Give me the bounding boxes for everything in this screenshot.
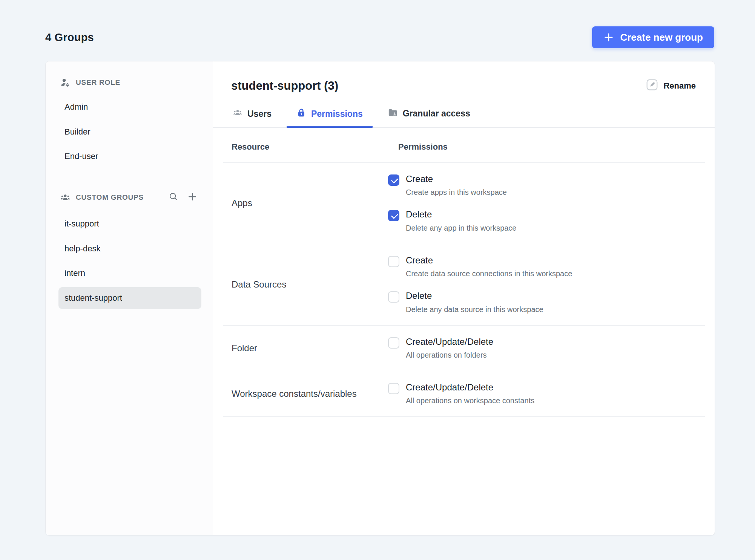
users-icon	[233, 108, 242, 120]
custom-groups-header-label: CUSTOM GROUPS	[76, 193, 144, 202]
search-groups-button[interactable]	[167, 190, 180, 205]
permission-text: Create/Update/Delete All operations on f…	[406, 337, 493, 360]
sidebar-item-label: Admin	[64, 102, 88, 112]
permission-label: Create	[406, 256, 572, 265]
user-role-header: USER ROLE	[58, 75, 201, 90]
edit-icon	[646, 79, 658, 93]
resource-name: Data Sources	[223, 279, 388, 290]
column-header-permissions: Permissions	[388, 142, 705, 152]
permission-text: Delete Delete any app in this workspace	[406, 210, 517, 232]
groups-card: USER ROLE Admin Builder End-user	[45, 61, 715, 536]
sidebar-item-label: Builder	[64, 127, 90, 136]
permission-text: Create/Update/Delete All operations on w…	[406, 383, 534, 405]
user-role-list: Admin Builder End-user	[58, 96, 201, 167]
sidebar-item-custom-group[interactable]: intern	[58, 262, 201, 284]
create-new-group-label: Create new group	[620, 32, 703, 43]
table-row: Workspace constants/variables Create/Upd…	[223, 371, 705, 417]
group-tabs: Users Permissions	[213, 93, 715, 128]
permission-description: Create data source connections in this w…	[406, 269, 572, 278]
folder-user-icon	[388, 107, 398, 120]
permissions-table-body: Apps Create Create apps in this workspac…	[223, 163, 705, 417]
sidebar-item-user-role[interactable]: End-user	[58, 145, 201, 167]
groups-sidebar: USER ROLE Admin Builder End-user	[46, 61, 213, 535]
permission-label: Delete	[406, 291, 543, 301]
tab-permissions-label: Permissions	[311, 109, 363, 119]
table-row: Apps Create Create apps in this workspac…	[223, 163, 705, 244]
table-row: Folder Create/Update/Delete All operatio…	[223, 326, 705, 371]
rename-label: Rename	[663, 81, 696, 91]
resource-name: Workspace constants/variables	[223, 389, 388, 399]
permission-description: All operations on workspace constants	[406, 396, 534, 405]
permission-label: Create	[406, 174, 507, 184]
sidebar-item-user-role[interactable]: Admin	[58, 96, 201, 118]
sidebar-item-custom-group[interactable]: help-desk	[58, 238, 201, 260]
custom-groups-list: it-support help-desk intern student-supp…	[58, 213, 201, 309]
tab-granular-access[interactable]: Granular access	[378, 104, 480, 127]
permission-checkbox[interactable]	[388, 174, 399, 186]
groups-page: 4 Groups Create new group	[0, 0, 755, 560]
group-detail-panel: student-support (3) Rename	[213, 61, 715, 535]
permission-text: Create Create data source connections in…	[406, 256, 572, 278]
search-icon	[168, 191, 179, 203]
plus-icon	[187, 191, 198, 203]
permission-list: Create Create apps in this workspace Del…	[388, 174, 705, 233]
table-row: Data Sources Create Create data source c…	[223, 244, 705, 326]
permission-list: Create Create data source connections in…	[388, 256, 705, 314]
tab-users[interactable]: Users	[231, 105, 281, 127]
permission-checkbox[interactable]	[388, 337, 399, 349]
permission-text: Delete Delete any data source in this wo…	[406, 291, 543, 314]
sidebar-item-custom-group[interactable]: it-support	[58, 213, 201, 235]
sidebar-item-label: student-support	[64, 293, 122, 303]
permission-item: Delete Delete any app in this workspace	[388, 210, 705, 232]
permission-description: All operations on folders	[406, 351, 493, 360]
create-new-group-button[interactable]: Create new group	[592, 26, 714, 48]
permission-description: Create apps in this workspace	[406, 188, 507, 197]
sidebar-item-custom-group[interactable]: student-support	[58, 287, 201, 309]
rename-button[interactable]: Rename	[646, 79, 696, 93]
group-title: student-support (3)	[231, 79, 338, 93]
sidebar-item-label: End-user	[64, 151, 98, 161]
permission-item: Create/Update/Delete All operations on f…	[388, 337, 705, 360]
permission-description: Delete any data source in this workspace	[406, 305, 543, 314]
tab-users-label: Users	[247, 109, 272, 119]
permission-item: Delete Delete any data source in this wo…	[388, 291, 705, 314]
custom-groups-icon	[60, 192, 71, 203]
permission-label: Delete	[406, 210, 517, 219]
permission-item: Create Create data source connections in…	[388, 256, 705, 278]
column-header-resource: Resource	[223, 142, 388, 152]
tab-granular-access-label: Granular access	[403, 109, 470, 119]
permission-label: Create/Update/Delete	[406, 337, 493, 347]
sidebar-item-user-role[interactable]: Builder	[58, 121, 201, 143]
add-group-button[interactable]	[186, 190, 199, 205]
permission-list: Create/Update/Delete All operations on w…	[388, 383, 705, 405]
resource-name: Folder	[223, 343, 388, 353]
topbar: 4 Groups Create new group	[0, 0, 755, 53]
permission-list: Create/Update/Delete All operations on f…	[388, 337, 705, 360]
permission-checkbox[interactable]	[388, 256, 399, 267]
page-title: 4 Groups	[45, 31, 94, 44]
permission-description: Delete any app in this workspace	[406, 224, 517, 233]
permissions-table: Resource Permissions Apps	[213, 128, 715, 417]
group-detail-header: student-support (3) Rename	[213, 61, 715, 93]
user-role-header-label: USER ROLE	[76, 78, 120, 87]
lock-icon	[296, 108, 306, 120]
permission-text: Create Create apps in this workspace	[406, 174, 507, 197]
permissions-table-header: Resource Permissions	[223, 128, 705, 163]
permission-label: Create/Update/Delete	[406, 383, 534, 392]
permission-checkbox[interactable]	[388, 291, 399, 303]
permission-checkbox[interactable]	[388, 210, 399, 221]
user-role-icon	[60, 77, 71, 88]
sidebar-item-label: help-desk	[64, 244, 100, 253]
permission-item: Create Create apps in this workspace	[388, 174, 705, 197]
permission-checkbox[interactable]	[388, 383, 399, 394]
permission-item: Create/Update/Delete All operations on w…	[388, 383, 705, 405]
sidebar-item-label: intern	[64, 268, 85, 278]
sidebar-item-label: it-support	[64, 219, 99, 228]
tab-permissions[interactable]: Permissions	[287, 105, 373, 127]
plus-icon	[603, 32, 614, 43]
custom-groups-header: CUSTOM GROUPS	[58, 188, 201, 207]
resource-name: Apps	[223, 198, 388, 208]
